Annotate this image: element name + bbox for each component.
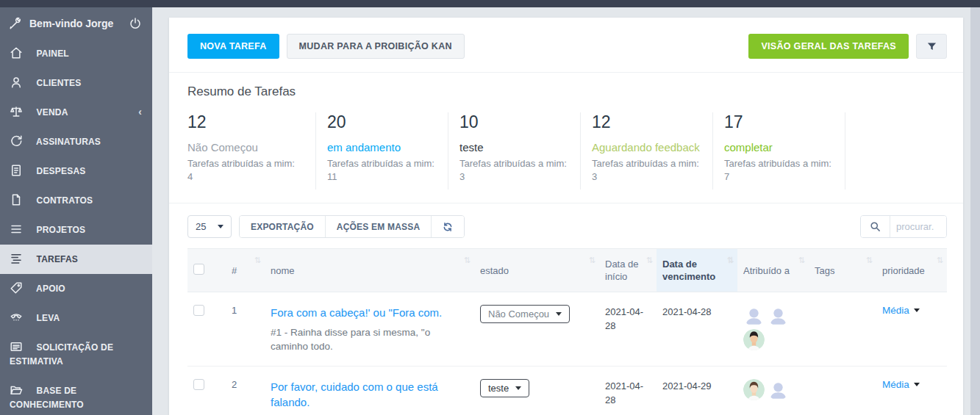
filter-icon xyxy=(926,41,937,52)
stat-assigned-label: Tarefas atribuídas a mim: xyxy=(187,158,295,169)
header-estado[interactable]: estado⇅ xyxy=(474,249,599,292)
sort-icon: ⇅ xyxy=(254,254,261,267)
export-button[interactable]: EXPORTAÇÃO xyxy=(240,216,326,237)
sort-icon: ⇅ xyxy=(646,254,653,267)
stat-nao-comecou: 12 Não Começou Tarefas atribuídas a mim:… xyxy=(187,112,316,190)
sort-icon: ⇅ xyxy=(866,254,873,267)
sidebar-item-leva[interactable]: LEVA xyxy=(0,303,152,333)
select-all-checkbox[interactable] xyxy=(193,264,204,275)
sort-icon: ⇅ xyxy=(727,254,734,267)
priority-dropdown[interactable]: Média xyxy=(882,379,920,390)
sidebar-item-assinaturas[interactable]: ASSINATURAS xyxy=(0,127,152,156)
sidebar-item-solicitacao-de-estimativa[interactable]: SOLICITAÇÃO DE ESTIMATIVA xyxy=(0,333,152,376)
file-icon xyxy=(10,193,24,206)
sidebar: Bem-vindo Jorge PAINEL CLIENTES VENDA ‹ … xyxy=(0,7,152,415)
avatar-placeholder[interactable] xyxy=(768,379,789,400)
header-num[interactable]: #⇅ xyxy=(226,249,265,292)
stat-assigned-count: 3 xyxy=(592,171,597,182)
stat-aguardando-feedback: 12 Aguardando feedback Tarefas atribuída… xyxy=(581,112,713,190)
sidebar-item-despesas[interactable]: DESPESAS xyxy=(0,156,152,186)
status-dropdown[interactable]: Não Começou xyxy=(480,305,570,323)
toolbar: NOVA TAREFA MUDAR PARA A PROIBIÇÃO KAN V… xyxy=(187,34,947,59)
task-name-link[interactable]: Fora com a cabeça!' ou "Fora com. xyxy=(271,305,442,320)
scales-icon xyxy=(10,105,24,118)
avatar-photo[interactable] xyxy=(743,329,765,350)
search-input[interactable] xyxy=(890,216,946,237)
sidebar-item-base-de-conhecimento[interactable]: BASE DE CONHECIMENTO xyxy=(0,376,152,415)
sidebar-item-contratos[interactable]: CONTRATOS xyxy=(0,186,152,215)
search-group xyxy=(860,215,947,238)
row-checkbox[interactable] xyxy=(193,305,204,316)
stat-assigned-count: 11 xyxy=(327,171,337,182)
sidebar-item-apoio[interactable]: APOIO xyxy=(0,274,152,303)
stat-label: Não Começou xyxy=(187,141,307,154)
sidebar-header: Bem-vindo Jorge xyxy=(0,7,152,39)
header-data-vencimento[interactable]: Data de vencimento⇅ xyxy=(657,249,737,292)
task-number: 1 xyxy=(226,292,265,367)
stat-count: 17 xyxy=(724,112,836,132)
stat-assigned-count: 7 xyxy=(724,171,729,182)
sidebar-item-painel[interactable]: PAINEL xyxy=(0,39,152,68)
home-icon xyxy=(10,46,24,59)
start-date: 2021-04-28 xyxy=(599,367,657,415)
chevron-down-icon xyxy=(914,383,920,386)
stat-count: 20 xyxy=(327,112,439,132)
reload-button[interactable] xyxy=(432,216,464,237)
new-task-button[interactable]: NOVA TAREFA xyxy=(187,34,279,59)
filter-button[interactable] xyxy=(916,34,947,59)
stat-count: 12 xyxy=(187,112,307,132)
chevron-down-icon xyxy=(556,312,562,316)
power-icon[interactable] xyxy=(129,17,142,30)
table-row: 2 Por favor, cuidado com o que está fala… xyxy=(187,367,947,415)
chevron-down-icon xyxy=(515,386,521,390)
sort-icon: ⇅ xyxy=(798,254,805,267)
wrench-icon xyxy=(9,17,22,30)
assignee-avatars xyxy=(743,305,792,350)
tags-cell xyxy=(809,367,876,415)
status-dropdown[interactable]: teste xyxy=(480,379,529,397)
top-strip xyxy=(0,0,980,7)
stat-count: 10 xyxy=(459,112,571,132)
sort-icon: ⇅ xyxy=(464,254,471,267)
row-checkbox[interactable] xyxy=(193,379,204,390)
header-tags[interactable]: Tags⇅ xyxy=(809,249,876,292)
sort-icon: ⇅ xyxy=(937,254,943,267)
avatar-placeholder[interactable] xyxy=(768,305,789,326)
due-date: 2021-04-29 xyxy=(657,367,737,415)
refresh-icon xyxy=(10,134,24,148)
divider xyxy=(169,203,963,203)
tag-icon xyxy=(10,281,24,295)
sidebar-item-clientes[interactable]: CLIENTES xyxy=(0,68,152,98)
welcome-text: Bem-vindo Jorge xyxy=(29,18,113,29)
chevron-down-icon xyxy=(914,308,920,312)
sidebar-item-projetos[interactable]: PROJETOS xyxy=(0,215,152,245)
bulk-button-group: EXPORTAÇÃO AÇÕES EM MASSA xyxy=(239,215,465,238)
stat-assigned-label: Tarefas atribuídas a mim: xyxy=(459,158,567,169)
tasks-overview-button[interactable]: VISÃO GERAL DAS TAREFAS xyxy=(748,34,909,59)
stat-completar: 17 completar Tarefas atribuídas a mim:7 xyxy=(713,112,845,190)
stat-label: completar xyxy=(724,141,836,154)
task-name-link[interactable]: Por favor, cuidado com o que está faland… xyxy=(271,379,468,410)
avatar-placeholder[interactable] xyxy=(743,305,765,326)
due-date: 2021-04-28 xyxy=(657,292,737,367)
search-button[interactable] xyxy=(861,216,890,237)
avatar-photo[interactable] xyxy=(743,379,765,400)
bulk-actions-button[interactable]: AÇÕES EM MASSA xyxy=(326,216,432,237)
sidebar-item-venda[interactable]: VENDA ‹ xyxy=(0,98,152,127)
priority-dropdown[interactable]: Média xyxy=(882,305,920,316)
scrollbar[interactable] xyxy=(970,7,980,415)
sidebar-item-tarefas[interactable]: TAREFAS xyxy=(0,245,152,274)
header-prioridade[interactable]: prioridade⇅ xyxy=(876,249,947,292)
divider xyxy=(169,72,963,73)
stat-label: Aguardando feedback xyxy=(592,141,704,154)
table-header-row: #⇅ nome⇅ estado⇅ Data de início⇅ Data de… xyxy=(187,249,947,292)
task-list-icon xyxy=(10,252,24,265)
menu-bars-icon xyxy=(10,223,24,236)
page-size-select[interactable]: 25 xyxy=(187,215,232,238)
header-data-inicio[interactable]: Data de início⇅ xyxy=(599,249,657,292)
switch-kanban-button[interactable]: MUDAR PARA A PROIBIÇÃO KAN xyxy=(287,34,465,59)
stat-label: em andamento xyxy=(327,141,439,154)
header-select-all xyxy=(187,249,226,292)
header-nome[interactable]: nome⇅ xyxy=(265,249,474,292)
header-atribuido-a[interactable]: Atribuído a⇅ xyxy=(737,249,809,292)
